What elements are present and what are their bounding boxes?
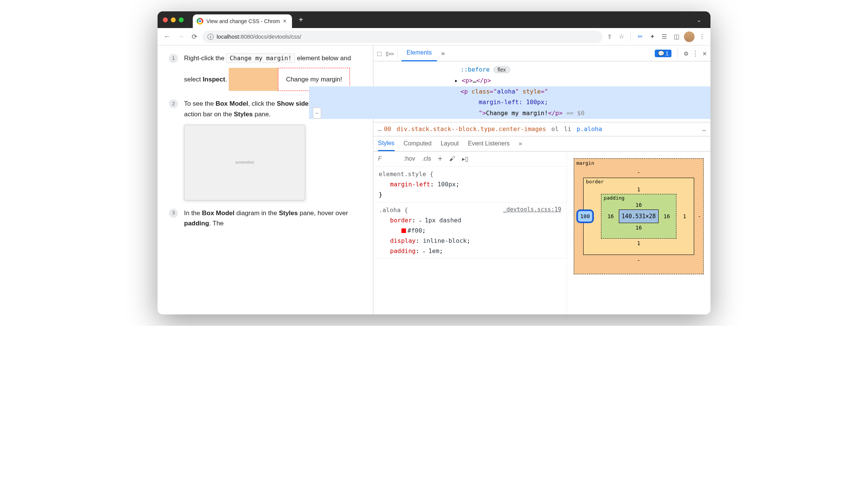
styles-body: :hov .cls + 🖌 ▸▯ element.style { margin-… [373, 152, 710, 314]
profile-avatar[interactable] [684, 31, 695, 42]
browser-window: View and change CSS - Chrom × + ⌄ ← → ⟳ … [158, 11, 710, 314]
tab-close-icon[interactable]: × [283, 18, 286, 25]
step-text: Right-click the [184, 55, 226, 62]
crumb-ellipsis-right[interactable]: … [702, 125, 706, 133]
settings-icon[interactable]: ⚙ [684, 49, 688, 57]
styles-rules: :hov .cls + 🖌 ▸▯ element.style { margin-… [373, 152, 567, 314]
padding-top-val[interactable]: 16 [606, 202, 671, 208]
tab-elements[interactable]: Elements [401, 45, 437, 61]
url-path: /docs/devtools/css/ [253, 33, 301, 40]
crumb-li[interactable]: li [564, 125, 571, 133]
issues-badge[interactable]: 💬 1 [655, 50, 672, 57]
toolbar-actions: ⇪ ☆ ✂ ✦ ☰ ◫ ⋮ [605, 31, 707, 42]
styles-tab-styles[interactable]: Styles [378, 136, 395, 151]
tab-title: View and change CSS - Chrom [206, 18, 280, 24]
screenshot-thumbnail: screenshot [184, 125, 305, 200]
crumb-partial[interactable]: 00 [384, 125, 391, 133]
step-3: 3 In the Box Model diagram in the Styles… [169, 208, 362, 228]
breadcrumb-bar[interactable]: … 00 div.stack.stack--block.type.center-… [373, 122, 710, 136]
page-content: 1 Right-click the Change my margin! elem… [158, 45, 373, 314]
more-styles-tabs-icon[interactable]: » [519, 136, 522, 151]
side-panel-icon[interactable]: ◫ [672, 32, 681, 41]
kebab-icon[interactable]: ⋮ [692, 49, 699, 57]
new-rule-button[interactable]: + [438, 155, 442, 163]
border-bottom-val[interactable]: 1 [588, 240, 689, 246]
inline-code: Change my margin! [226, 53, 295, 63]
extensions-icon[interactable]: ✦ [648, 32, 657, 41]
inspect-icon[interactable]: ⬚ [377, 49, 381, 57]
new-tab-button[interactable]: + [299, 16, 303, 24]
device-toggle-icon[interactable]: ▯▭ [385, 49, 393, 57]
titlebar: View and change CSS - Chrom × + ⌄ [158, 11, 710, 28]
dom-pseudo[interactable]: ::before [461, 66, 490, 73]
dom-selected-node[interactable]: ⋯ <p class="aloha" style=" margin-left: … [309, 86, 710, 119]
box-padding[interactable]: padding 16 16 140.531×28 16 16 [601, 194, 676, 239]
step-number: 1 [169, 54, 178, 63]
margin-right-val[interactable]: - [698, 213, 701, 219]
padding-left-val[interactable]: 16 [606, 213, 615, 219]
address-bar[interactable]: i localhost:8080/docs/devtools/css/ [202, 31, 603, 43]
devtools-toolbar: ⬚ ▯▭ Elements » 💬 1 ⚙ ⋮ ✕ [373, 45, 710, 61]
padding-right-val[interactable]: 16 [662, 213, 671, 219]
box-model-panel: margin 100 - - border 1 1 pa [567, 152, 710, 314]
crumb-div[interactable]: div.stack.stack--block.type.center-image… [397, 125, 546, 133]
devtools-panel: ⬚ ▯▭ Elements » 💬 1 ⚙ ⋮ ✕ ::before flex … [373, 45, 710, 314]
dom-tree[interactable]: ::before flex ▸ <p>…</p> ⋯ <p class="alo… [373, 61, 710, 122]
styles-tabs: Styles Computed Layout Event Listeners » [373, 136, 710, 152]
maximize-button[interactable] [179, 17, 184, 22]
padding-bottom-val[interactable]: 16 [606, 225, 671, 231]
styles-tab-listeners[interactable]: Event Listeners [468, 136, 509, 151]
browser-tab[interactable]: View and change CSS - Chrom × [193, 14, 292, 28]
close-devtools-icon[interactable]: ✕ [703, 49, 707, 57]
step-number: 3 [169, 209, 178, 218]
window-controls [163, 17, 184, 22]
style-rule-aloha[interactable]: _devtools.scss:19 .aloha { border: ▸ 1px… [373, 203, 567, 259]
menu-icon[interactable]: ⋮ [698, 32, 707, 41]
scissors-icon[interactable]: ✂ [635, 32, 645, 41]
box-content-dims[interactable]: 140.531×28 [619, 209, 658, 223]
toolbar: ← → ⟳ i localhost:8080/docs/devtools/css… [158, 28, 710, 45]
margin-left-highlight[interactable]: 100 [576, 209, 594, 223]
box-margin[interactable]: margin 100 - - border 1 1 pa [574, 158, 704, 274]
filter-input[interactable] [378, 155, 397, 162]
bookmark-icon[interactable]: ☆ [617, 32, 626, 41]
color-swatch-icon[interactable] [401, 228, 406, 233]
filter-bar: :hov .cls + 🖌 ▸▯ [373, 152, 567, 167]
main-split: 1 Right-click the Change my margin! elem… [158, 45, 710, 314]
close-button[interactable] [163, 17, 168, 22]
hov-toggle[interactable]: :hov [404, 155, 415, 162]
share-icon[interactable]: ⇪ [605, 32, 614, 41]
url-port: 8080 [240, 33, 253, 40]
reload-button[interactable]: ⟳ [189, 31, 200, 42]
reading-list-icon[interactable]: ☰ [660, 32, 669, 41]
step-bold: Inspect [203, 76, 225, 83]
minimize-button[interactable] [171, 17, 176, 22]
margin-bottom-val[interactable]: - [580, 257, 697, 263]
border-top-val[interactable]: 1 [588, 186, 689, 192]
crumb-ol[interactable]: ol [551, 125, 559, 133]
tabs-dropdown-icon[interactable]: ⌄ [696, 16, 701, 23]
styles-tab-layout[interactable]: Layout [440, 136, 459, 151]
paint-icon[interactable]: 🖌 [449, 155, 455, 162]
site-info-icon[interactable]: i [208, 34, 214, 40]
step-number: 2 [169, 99, 178, 108]
source-link[interactable]: _devtools.scss:19 [503, 205, 561, 215]
chrome-favicon-icon [197, 18, 203, 25]
crumb-selected[interactable]: p.aloha [576, 125, 602, 133]
margin-top-val[interactable]: - [580, 169, 697, 175]
box-border[interactable]: border 1 1 padding 16 16 [583, 178, 694, 255]
step-1: 1 Right-click the Change my margin! elem… [169, 53, 362, 91]
flex-pill[interactable]: flex [493, 66, 510, 73]
crumb-ellipsis[interactable]: … [378, 125, 382, 133]
more-tabs-icon[interactable]: » [441, 49, 445, 57]
styles-tab-computed[interactable]: Computed [404, 136, 432, 151]
sidebar-toggle-icon[interactable]: ▸▯ [462, 155, 468, 163]
url-host: localhost: [217, 33, 240, 40]
border-right-val[interactable]: 1 [680, 213, 689, 219]
forward-button[interactable]: → [175, 31, 186, 42]
dom-ellipsis-icon[interactable]: ⋯ [313, 108, 321, 119]
cls-toggle[interactable]: .cls [422, 155, 431, 162]
back-button[interactable]: ← [161, 31, 173, 42]
style-rule-element[interactable]: element.style { margin-left: 100px; } [373, 167, 567, 203]
